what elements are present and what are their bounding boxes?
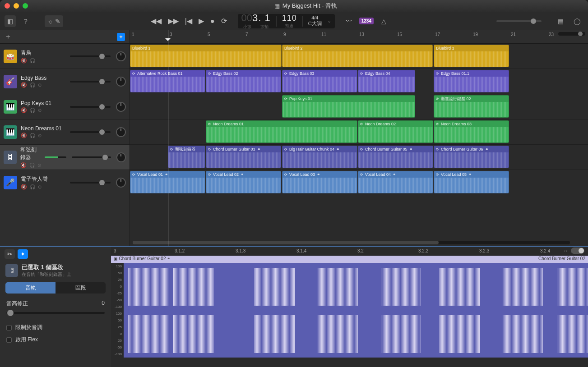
minimize-button[interactable] xyxy=(14,3,19,9)
track-instrument-icon[interactable]: 🎹 xyxy=(4,125,17,139)
region[interactable]: ⟳Pop Keys 01 xyxy=(282,95,415,118)
input-monitor-button[interactable]: ⊙ xyxy=(38,83,42,87)
region[interactable]: ⟳Chord Burner Guitar 06 ⚭ xyxy=(434,146,509,168)
region-header[interactable]: Bluebird 1 xyxy=(130,45,281,51)
pitch-correction-slider[interactable] xyxy=(6,312,105,314)
input-monitor-button[interactable]: ⊙ xyxy=(37,163,41,168)
track-instrument-icon[interactable]: 🥁 xyxy=(4,50,17,63)
track-instrument-icon[interactable]: 🎹 xyxy=(4,100,17,114)
region[interactable]: ⟳Neon Dreams 01 xyxy=(206,120,357,143)
region[interactable]: Bluebird 3 xyxy=(434,45,509,67)
track-pan-knob[interactable] xyxy=(116,152,126,162)
region-header[interactable]: ⟳和弦刻錄器 xyxy=(168,146,205,152)
track-pan-knob[interactable] xyxy=(116,51,126,61)
track-header[interactable]: 🎹 Neon Dreams 01 🔇 🎧 ⊙ xyxy=(0,119,130,145)
track-volume-slider[interactable] xyxy=(70,131,111,133)
region-header[interactable]: ⟳Edgy Bass 01.1 xyxy=(434,70,509,77)
track-header[interactable]: 🎸 Edgy Bass 🔇 🎧 ⊙ xyxy=(0,69,130,94)
region[interactable]: ⟳Edgy Bass 04 xyxy=(358,70,415,92)
arrange-area[interactable]: 1357911131517192123 Bluebird 1Bluebird 2… xyxy=(130,30,588,246)
track-instrument-icon[interactable]: 🎛 xyxy=(4,151,17,164)
mute-button[interactable]: 🔇 xyxy=(20,162,27,168)
mute-button[interactable]: 🔇 xyxy=(21,58,27,64)
lcd-time-signature[interactable]: 4/4 xyxy=(311,15,318,20)
region[interactable]: ⟳Chord Burner Guitar 03 ⚭ xyxy=(206,146,281,168)
track-volume-slider[interactable] xyxy=(70,55,111,57)
region-header[interactable]: ⟳漸進流行鍵盤 02 xyxy=(434,96,509,102)
track-lane[interactable]: Bluebird 1Bluebird 2Bluebird 3 xyxy=(130,44,588,69)
track-name[interactable]: Pop Keys 01 xyxy=(21,100,66,106)
play-button[interactable]: ▶ xyxy=(197,16,206,26)
library-button[interactable]: ◧ xyxy=(5,15,16,27)
editor-track-tab[interactable]: ✦ xyxy=(18,249,28,259)
limit-to-key-checkbox[interactable]: 限制於音調 xyxy=(6,323,105,332)
region-header[interactable]: ⟳Vocal Lead 04 ⚭ xyxy=(358,171,433,178)
track-instrument-icon[interactable]: 🎤 xyxy=(4,176,17,189)
track-header[interactable]: 🎛 和弦刻錄器 🔇 🎧 ⊙ xyxy=(0,145,130,170)
region[interactable]: Bluebird 1 xyxy=(130,45,282,67)
editor-waveform[interactable]: 10050250-25-50-100 10050250-25-50-100 xyxy=(111,263,588,358)
editor-region-header[interactable]: ▣ Chord Burner Guitar 02 ⚭ Chord Burner … xyxy=(111,256,588,263)
editor-mode-region[interactable]: 區段 xyxy=(56,282,106,294)
region-header[interactable]: ⟳Edgy Bass 03 xyxy=(282,70,357,77)
region[interactable]: ⟳Neon Dreams 02 xyxy=(358,120,433,143)
bar-ruler[interactable]: 1357911131517192123 xyxy=(130,30,588,44)
region[interactable]: ⟳Vocal Lead 02 ⚭ xyxy=(206,171,281,193)
headphone-button[interactable]: 🎧 xyxy=(30,184,35,189)
track-lane[interactable]: ⟳Alternative Rock Bass 01⟳Edgy Bass 02⟳E… xyxy=(130,69,588,94)
quick-help-button[interactable]: ? xyxy=(20,15,31,27)
region-header[interactable]: ⟳Vocal Lead 02 ⚭ xyxy=(206,171,281,178)
playhead[interactable] xyxy=(168,30,168,246)
track-pan-knob[interactable] xyxy=(116,178,126,188)
track-header[interactable]: 🥁 青鳥 🔇 🎧 xyxy=(0,44,130,69)
close-button[interactable] xyxy=(5,3,10,9)
track-name[interactable]: Edgy Bass xyxy=(21,75,66,81)
go-to-start-button[interactable]: |◀ xyxy=(183,16,194,26)
track-name[interactable]: 電子管人聲 xyxy=(21,175,66,183)
forward-button[interactable]: ▶▶ xyxy=(166,16,181,26)
mute-button[interactable]: 🔇 xyxy=(21,184,27,190)
notepad-button[interactable]: ▤ xyxy=(555,15,566,27)
track-volume-slider[interactable] xyxy=(70,81,111,83)
editor-mode-segment[interactable]: 音軌 區段 xyxy=(5,282,106,294)
region-header[interactable]: ⟳Pop Keys 01 xyxy=(282,96,415,102)
headphone-button[interactable]: 🎧 xyxy=(30,133,35,138)
region-header[interactable]: ⟳Chord Burner Guitar 05 ⚭ xyxy=(358,146,433,152)
headphone-button[interactable]: 🎧 xyxy=(30,58,35,63)
track-pan-knob[interactable] xyxy=(116,127,126,137)
headphone-button[interactable]: 🎧 xyxy=(30,108,35,113)
region-header[interactable]: ⟳Edgy Bass 04 xyxy=(358,70,415,77)
lcd-display[interactable]: 003. 1 小節節拍 110 拍速 4/4 C大調 ⌄ xyxy=(238,14,335,28)
region-header[interactable]: ⟳Edgy Bass 02 xyxy=(206,70,281,77)
enable-flex-checkbox[interactable]: 啟用 Flex xyxy=(6,335,105,344)
mute-button[interactable]: 🔇 xyxy=(21,107,27,113)
editor-waveform-area[interactable]: ↔ 33.1.23.1.33.1.43.23.2.23.2.33.2.4 ▣ C… xyxy=(111,247,588,367)
editor-mode-track[interactable]: 音軌 xyxy=(5,282,56,294)
region[interactable]: ⟳Edgy Bass 03 xyxy=(282,70,357,92)
lcd-tempo[interactable]: 110 xyxy=(282,14,297,23)
track-header[interactable]: 🎹 Pop Keys 01 🔇 🎧 ⊙ xyxy=(0,94,130,119)
track-lane[interactable]: ⟳Pop Keys 01⟳漸進流行鍵盤 02 xyxy=(130,94,588,119)
count-in-badge[interactable]: 1234 xyxy=(359,18,374,24)
track-lane[interactable]: ⟳Neon Dreams 01⟳Neon Dreams 02⟳Neon Drea… xyxy=(130,119,588,145)
horizontal-zoom-slider[interactable] xyxy=(558,32,585,36)
cycle-button[interactable]: ⟳ xyxy=(219,16,229,26)
display-mode-button[interactable]: ☼ ✎ xyxy=(45,15,63,27)
track-volume-slider[interactable] xyxy=(70,106,111,108)
track-instrument-icon[interactable]: 🎸 xyxy=(4,75,17,88)
region[interactable]: ⟳和弦刻錄器 xyxy=(168,146,205,168)
region[interactable]: ⟳Edgy Bass 02 xyxy=(206,70,281,92)
input-monitor-button[interactable]: ⊙ xyxy=(38,108,42,113)
rewind-button[interactable]: ◀◀ xyxy=(149,16,163,26)
region-header[interactable]: ⟳Chord Burner Guitar 06 ⚭ xyxy=(434,146,509,152)
region-header[interactable]: ⟳Vocal Lead 03 ⚭ xyxy=(282,171,357,178)
arrange-scrollbar[interactable] xyxy=(133,241,570,244)
headphone-button[interactable]: 🎧 xyxy=(29,163,35,168)
tuner-button[interactable]: 〰 xyxy=(343,15,355,27)
track-filter-button[interactable]: ✦ xyxy=(117,33,125,41)
track-lane[interactable]: ⟳和弦刻錄器⟳Chord Burner Guitar 03 ⚭⟳Big Hair… xyxy=(130,145,588,170)
region[interactable]: ⟳Big Hair Guitar Chunk 04 ⚭ xyxy=(282,146,357,168)
input-monitor-button[interactable]: ⊙ xyxy=(38,133,42,138)
region-header[interactable]: ⟳Neon Dreams 03 xyxy=(434,121,509,127)
region[interactable]: ⟳Edgy Bass 01.1 xyxy=(434,70,509,92)
